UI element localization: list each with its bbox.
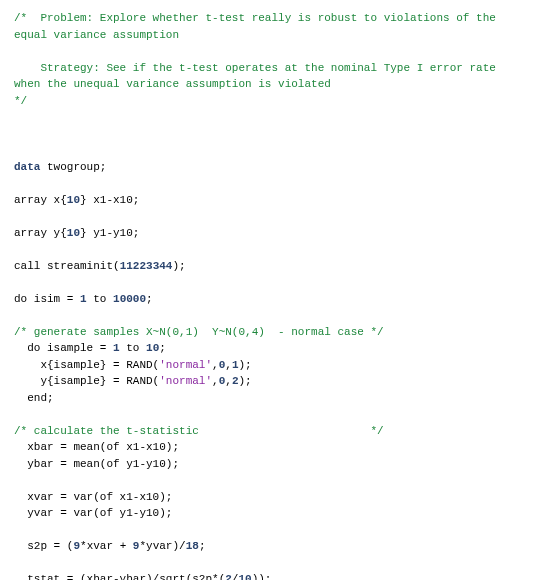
call-streaminit: call streaminit(11223344); — [14, 260, 186, 272]
array-y: array y{10} y1-y10; — [14, 227, 139, 239]
comment-calc: /* calculate the t-statistic */ — [14, 425, 384, 437]
kw-data: data — [14, 161, 40, 173]
assign-x: x{isample} = RAND('normal',0,1); — [14, 359, 252, 371]
yvar-line: yvar = var(of y1-y10); — [14, 507, 172, 519]
ybar-line: ybar = mean(of y1-y10); — [14, 458, 179, 470]
do-inner: do isample = 1 to 10; — [14, 342, 166, 354]
do-outer: do isim = 1 to 10000; — [14, 293, 153, 305]
sas-code-block: /* Problem: Explore whether t-test reall… — [0, 0, 540, 580]
comment-problem: /* Problem: Explore whether t-test reall… — [14, 12, 503, 107]
dataset-name: twogroup; — [40, 161, 106, 173]
s2p-line: s2p = (9*xvar + 9*yvar)/18; — [14, 540, 205, 552]
array-x: array x{10} x1-x10; — [14, 194, 139, 206]
end-inner: end; — [14, 392, 54, 404]
tstat-line: tstat = (xbar-ybar)/sqrt(s2p*(2/10)); — [14, 573, 271, 580]
assign-y: y{isample} = RAND('normal',0,2); — [14, 375, 252, 387]
comment-generate: /* generate samples X~N(0,1) Y~N(0,4) - … — [14, 326, 384, 338]
xvar-line: xvar = var(of x1-x10); — [14, 491, 172, 503]
xbar-line: xbar = mean(of x1-x10); — [14, 441, 179, 453]
